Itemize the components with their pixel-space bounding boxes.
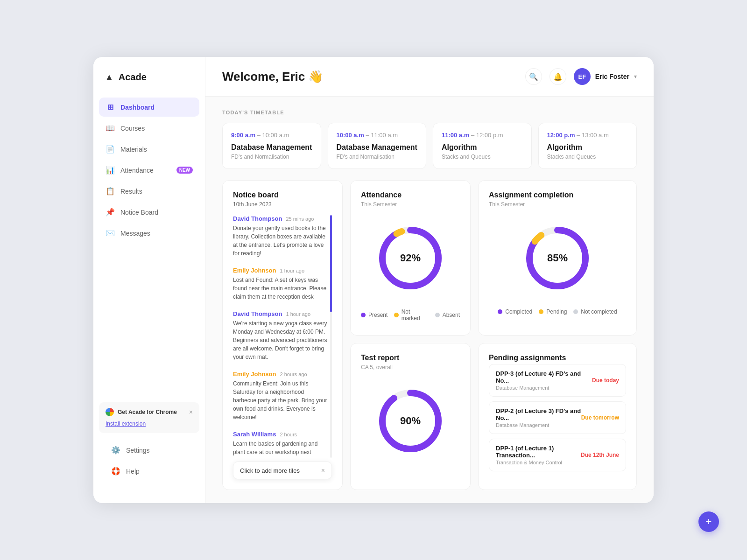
assignment-completion-donut: 85% xyxy=(520,221,595,295)
header-right: 🔍 🔔 EF Eric Foster ▾ xyxy=(525,68,637,85)
assignment-item: DPP-2 (of Lecture 3) FD's and No... Data… xyxy=(489,401,626,434)
nav-section: ⊞ Dashboard 📖 Courses 📄 Materials 📊 Atte… xyxy=(93,98,205,397)
test-report-title: Test report xyxy=(361,354,460,362)
notifications-button[interactable]: 🔔 xyxy=(550,68,566,85)
add-tiles-tooltip: Click to add more tiles × xyxy=(233,462,332,479)
assignment-name: DPP-3 (of Lecture 4) FD's and No... xyxy=(496,370,592,384)
test-report-percentage: 90% xyxy=(400,415,421,427)
add-tile-button[interactable]: + xyxy=(698,511,719,532)
badge-attendance: NEW xyxy=(176,167,193,174)
close-tooltip-button[interactable]: × xyxy=(321,467,325,474)
notice-text: We're starting a new yoga class every Mo… xyxy=(233,319,328,361)
notice-board-date: 10th June 2023 xyxy=(233,201,332,208)
results-icon: 📋 xyxy=(106,187,115,196)
logo-text: Acade xyxy=(119,72,147,83)
dashboard-icon: ⊞ xyxy=(106,103,115,112)
notice-author: Emily Johnson xyxy=(233,371,276,378)
notice-text: Learn the basics of gardening and plant … xyxy=(233,440,328,458)
timetable-time: 12:00 p.m – 13:00 a.m xyxy=(547,132,628,139)
search-button[interactable]: 🔍 xyxy=(525,68,542,85)
chevron-down-icon: ▾ xyxy=(634,73,637,80)
assignment-name: DPP-2 (of Lecture 3) FD's and No... xyxy=(496,407,581,421)
due-badge: Due today xyxy=(592,377,619,384)
timetable-subject: Database Management xyxy=(231,143,312,152)
notice-text: Donate your gently used books to the lib… xyxy=(233,224,328,258)
sidebar-item-noticeboard[interactable]: 📌 Notice Board xyxy=(99,203,199,222)
attendance-card: Attendance This Semester 92% xyxy=(350,180,471,336)
assignment-subject: Database Management xyxy=(496,385,592,391)
sidebar-label-courses: Courses xyxy=(120,125,145,132)
notice-author: David Thompson xyxy=(233,310,282,317)
notice-item: Emily Johnson 2 hours ago Community Even… xyxy=(233,371,332,421)
sidebar-bottom: Get Acade for Chrome × Install extension… xyxy=(93,397,205,488)
settings-icon: ⚙️ xyxy=(111,446,120,455)
sidebar-item-attendance[interactable]: 📊 Attendance NEW xyxy=(99,161,199,180)
attendance-legend: Present Not marked Absent xyxy=(361,308,460,322)
sidebar-label-help: Help xyxy=(126,468,140,475)
sidebar-item-help[interactable]: 🛟 Help xyxy=(105,462,194,481)
chrome-banner-close[interactable]: × xyxy=(189,408,193,416)
notice-text: Lost and Found: A set of keys was found … xyxy=(233,276,328,301)
sidebar-label-messages: Messages xyxy=(120,230,150,237)
attendance-percentage: 92% xyxy=(400,252,421,264)
welcome-message: Welcome, Eric 👋 xyxy=(222,70,324,84)
timetable-label: TODAY'S TIMETABLE xyxy=(222,110,637,115)
assignment-subject: Database Management xyxy=(496,422,581,428)
attendance-title: Attendance xyxy=(361,191,460,199)
messages-icon: ✉️ xyxy=(106,229,115,238)
notice-author: Sarah Williams xyxy=(233,431,276,438)
notice-time: 1 hour ago xyxy=(280,268,304,273)
sidebar-label-noticeboard: Notice Board xyxy=(120,209,158,216)
timetable-topic: Stacks and Queues xyxy=(547,154,628,160)
sidebar-item-settings[interactable]: ⚙️ Settings xyxy=(105,441,194,460)
user-menu[interactable]: EF Eric Foster ▾ xyxy=(574,68,637,85)
test-report-subtitle: CA 5, overall xyxy=(361,364,460,371)
assignment-name: DPP-1 (of Lecture 1) Transaction... xyxy=(496,445,581,459)
sidebar-item-dashboard[interactable]: ⊞ Dashboard xyxy=(99,98,199,117)
timetable-topic: Stacks and Queues xyxy=(442,154,523,160)
attendance-icon: 📊 xyxy=(106,166,115,175)
notice-board-card: Notice board 10th June 2023 David Thomps… xyxy=(222,180,343,490)
notice-board-title: Notice board xyxy=(233,191,332,199)
materials-icon: 📄 xyxy=(106,145,115,154)
notice-scroll: David Thompson 25 mins ago Donate your g… xyxy=(233,215,332,458)
logo-icon: ▲ xyxy=(105,72,114,83)
content-area: TODAY'S TIMETABLE 9:00 a.m – 10:00 a.m D… xyxy=(205,97,654,503)
timetable-topic: FD's and Normalisation xyxy=(231,154,312,160)
legend-pending: Pending xyxy=(546,308,567,315)
timetable-slot: 12:00 p.m – 13:00 a.m Algorithm Stacks a… xyxy=(538,123,637,169)
timetable-subject: Algorithm xyxy=(442,143,523,152)
sidebar-item-messages[interactable]: ✉️ Messages xyxy=(99,224,199,243)
chrome-banner-title: Get Acade for Chrome xyxy=(118,409,177,415)
sidebar-item-results[interactable]: 📋 Results xyxy=(99,182,199,201)
main-grid: Attendance This Semester 92% xyxy=(222,180,637,490)
timetable-time: 10:00 a.m – 11:00 a.m xyxy=(337,132,418,139)
sidebar-item-courses[interactable]: 📖 Courses xyxy=(99,119,199,138)
courses-icon: 📖 xyxy=(106,124,115,133)
chrome-banner: Get Acade for Chrome × Install extension xyxy=(99,402,199,433)
notice-time: 2 hours ago xyxy=(280,371,307,377)
install-extension-link[interactable]: Install extension xyxy=(106,420,146,427)
main-content: Welcome, Eric 👋 🔍 🔔 EF Eric Foster ▾ TOD… xyxy=(205,57,654,503)
assignment-item: DPP-3 (of Lecture 4) FD's and No... Data… xyxy=(489,364,626,397)
timetable-slot: 9:00 a.m – 10:00 a.m Database Management… xyxy=(222,123,321,169)
sidebar-item-materials[interactable]: 📄 Materials xyxy=(99,140,199,159)
assignment-item: DPP-1 (of Lecture 1) Transaction... Tran… xyxy=(489,439,626,471)
assignment-completion-percentage: 85% xyxy=(547,252,568,264)
sidebar-label-settings: Settings xyxy=(126,447,150,454)
assignment-completion-legend: Completed Pending Not completed xyxy=(489,308,626,315)
notice-author: Emily Johnson xyxy=(233,267,276,274)
header: Welcome, Eric 👋 🔍 🔔 EF Eric Foster ▾ xyxy=(205,57,654,97)
chrome-icon xyxy=(106,408,114,416)
timetable-subject: Algorithm xyxy=(547,143,628,152)
timetable-slot: 11:00 a.m – 12:00 p.m Algorithm Stacks a… xyxy=(433,123,532,169)
attendance-subtitle: This Semester xyxy=(361,201,460,208)
test-report-card: Test report CA 5, overall 90% xyxy=(350,343,471,490)
sidebar: ▲ Acade ⊞ Dashboard 📖 Courses 📄 Material… xyxy=(93,57,205,503)
logo-area: ▲ Acade xyxy=(93,72,205,98)
notice-item: David Thompson 1 hour ago We're starting… xyxy=(233,310,332,361)
due-badge: Due tomorrow xyxy=(581,414,619,421)
sidebar-nav-bottom: ⚙️ Settings 🛟 Help xyxy=(99,441,199,481)
assignment-completion-title: Assignment completion xyxy=(489,191,626,199)
notice-item: Emily Johnson 1 hour ago Lost and Found:… xyxy=(233,267,332,301)
